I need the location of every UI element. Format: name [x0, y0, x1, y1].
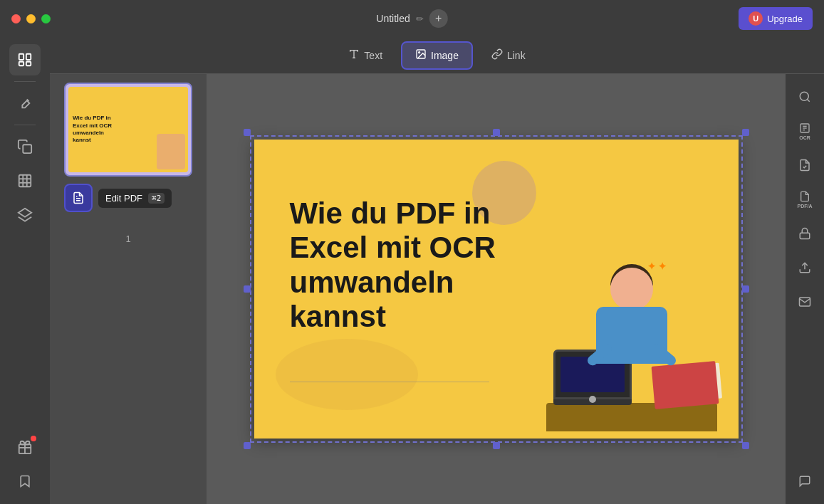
person-torso	[596, 307, 667, 364]
svg-point-17	[419, 51, 420, 53]
text-tool-label: Text	[364, 50, 382, 61]
main-area: Text Image	[0, 37, 824, 504]
right-sidebar-document[interactable]	[789, 149, 820, 181]
stress-lines: ✦ ✦	[647, 261, 667, 272]
document-title: Untitled	[376, 13, 410, 24]
sidebar-item-pages[interactable]	[9, 44, 41, 75]
pdf-divider-line	[290, 382, 489, 382]
thumbnail-content: Wie du PDF inExcel mit OCRumwandelnkanns…	[68, 87, 188, 172]
pdf-title-line4: kannst	[290, 300, 496, 334]
ocr-icon-wrapper: OCR	[798, 122, 811, 140]
pdf-title-line3: umwandeln	[290, 266, 496, 300]
page-thumbnail-wrapper: Wie du PDF inExcel mit OCRumwandelnkanns…	[64, 83, 192, 177]
titlebar: Untitled ✏ + U Upgrade	[0, 0, 824, 37]
right-sidebar-share[interactable]	[789, 252, 820, 283]
person-head	[610, 268, 653, 310]
close-button[interactable]	[11, 14, 21, 23]
handle-top-left[interactable]	[244, 129, 251, 136]
right-sidebar-lock[interactable]	[789, 218, 820, 249]
sidebar-item-copy[interactable]	[9, 131, 41, 162]
edit-pdf-label: Edit PDF ⌘2	[98, 189, 172, 208]
user-avatar: U	[749, 11, 763, 26]
link-tool-button[interactable]: Link	[479, 43, 538, 68]
minimize-button[interactable]	[26, 14, 36, 23]
svg-rect-3	[26, 62, 31, 66]
text-icon	[348, 48, 360, 63]
toolbar: Text Image	[50, 37, 824, 74]
handle-bottom-middle[interactable]	[493, 442, 500, 449]
laptop-power-indicator	[589, 396, 596, 403]
svg-rect-0	[19, 54, 24, 60]
person-arm-right	[650, 342, 678, 367]
edit-pdf-button[interactable]	[64, 184, 93, 212]
right-sidebar-ocr[interactable]: OCR	[789, 115, 820, 147]
thumb-figure	[157, 134, 185, 169]
sidebar-item-pen[interactable]	[9, 88, 41, 119]
canvas-area[interactable]: Wie du PDF in Excel mit OCR umwandeln ka…	[207, 74, 786, 504]
handle-middle-right[interactable]	[742, 285, 749, 293]
edit-pdf-text: Edit PDF	[105, 193, 142, 204]
pdf-title: Wie du PDF in Excel mit OCR umwandeln ka…	[290, 196, 496, 334]
svg-rect-5	[19, 175, 31, 187]
handle-bottom-right[interactable]	[742, 442, 749, 449]
right-sidebar-search[interactable]	[789, 81, 820, 112]
right-sidebar-mail[interactable]	[789, 286, 820, 317]
svg-point-21	[800, 92, 808, 100]
edit-pdf-shortcut: ⌘2	[148, 193, 165, 204]
link-icon	[491, 48, 503, 63]
edit-pdf-tooltip: Edit PDF ⌘2	[64, 184, 172, 212]
right-sidebar: OCR	[786, 74, 824, 504]
ocr-badge-text: OCR	[799, 135, 810, 140]
image-tool-label: Image	[431, 50, 459, 61]
pdf-canvas[interactable]: Wie du PDF in Excel mit OCR umwandeln ka…	[254, 140, 739, 439]
desk	[546, 403, 717, 431]
sidebar-item-layers[interactable]	[9, 199, 41, 231]
svg-rect-2	[19, 62, 24, 66]
thumbnail-panel: Wie du PDF inExcel mit OCRumwandelnkanns…	[50, 74, 207, 504]
gift-notification-dot	[31, 436, 36, 441]
handle-bottom-left[interactable]	[244, 442, 251, 449]
svg-rect-1	[26, 54, 31, 60]
pdf-title-line1: Wie du PDF in	[290, 196, 496, 231]
add-tab-button[interactable]: +	[429, 9, 448, 28]
title-area: Untitled ✏ +	[376, 9, 447, 28]
svg-line-22	[807, 99, 809, 101]
person-arm-left	[585, 342, 614, 367]
right-sidebar-chat[interactable]	[789, 466, 820, 497]
pdfa-icon-wrapper: PDF/A	[798, 191, 813, 209]
person-body: ✦ ✦	[582, 268, 682, 382]
traffic-lights	[11, 14, 51, 23]
page-thumbnail[interactable]: Wie du PDF inExcel mit OCRumwandelnkanns…	[64, 83, 192, 177]
svg-rect-27	[800, 233, 810, 238]
person-illustration: ✦ ✦	[539, 232, 724, 431]
svg-rect-4	[23, 145, 31, 153]
sidebar-item-grid[interactable]	[9, 165, 41, 196]
fullscreen-button[interactable]	[41, 14, 51, 23]
text-tool-button[interactable]: Text	[335, 43, 395, 68]
handle-middle-left[interactable]	[244, 285, 251, 293]
handle-top-middle[interactable]	[493, 129, 500, 136]
sidebar-item-gift[interactable]	[9, 431, 41, 463]
sidebar-divider-1	[14, 81, 36, 82]
image-icon	[415, 48, 427, 63]
upgrade-button[interactable]: U Upgrade	[739, 7, 813, 30]
svg-marker-10	[19, 209, 31, 217]
image-tool-button[interactable]: Image	[401, 41, 473, 70]
edit-title-icon[interactable]: ✏	[416, 14, 424, 24]
sidebar-item-bookmark[interactable]	[9, 466, 41, 497]
pdf-content: Wie du PDF in Excel mit OCR umwandeln ka…	[254, 140, 739, 439]
pdfa-badge-text: PDF/A	[798, 204, 813, 209]
page-number: 1	[125, 233, 130, 244]
sidebar-divider-2	[14, 125, 36, 125]
left-sidebar	[0, 37, 50, 504]
upgrade-label: Upgrade	[767, 14, 803, 24]
pdf-bg-blob	[276, 339, 418, 410]
handle-top-right[interactable]	[742, 129, 749, 136]
link-tool-label: Link	[507, 50, 526, 61]
right-sidebar-pdfa[interactable]: PDF/A	[789, 184, 820, 215]
pdf-title-line2: Excel mit OCR	[290, 231, 496, 265]
